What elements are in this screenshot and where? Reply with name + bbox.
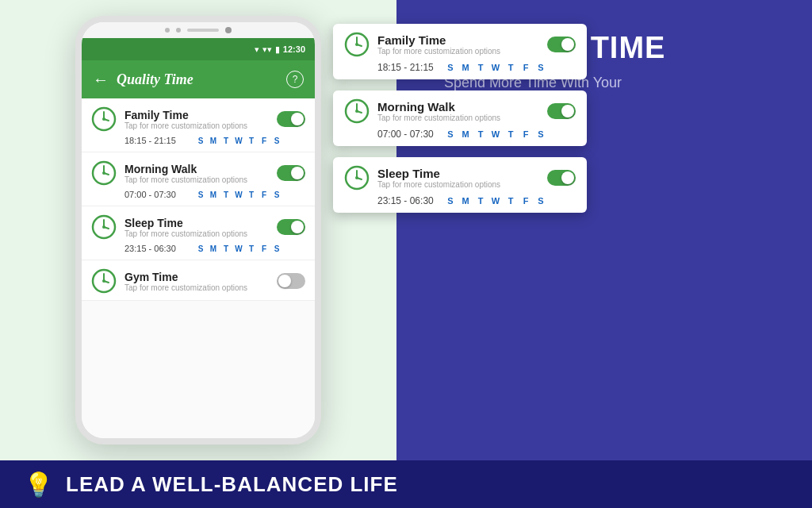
banner-text: LEAD A WELL-BALANCED LIFE — [66, 472, 398, 497]
status-bar: ▾ ▾▾ ▮ 12:30 — [82, 38, 315, 60]
sleep-time-subtitle: Tap for more customization options — [124, 229, 269, 238]
card-clock-sleep — [344, 165, 370, 190]
speaker-dot-1 — [165, 28, 170, 33]
morning-walk-info: Morning Walk Tap for more customization … — [124, 163, 269, 184]
family-time-title: Family Time — [124, 109, 269, 121]
clock-icon-gym — [91, 268, 117, 294]
schedule-item-sleep[interactable]: Sleep Time Tap for more customization op… — [82, 206, 315, 260]
toolbar-title: Quality Time — [117, 71, 278, 88]
morning-walk-toggle[interactable] — [277, 165, 305, 181]
clock-icon-morning — [91, 160, 117, 186]
gym-time-subtitle: Tap for more customization options — [124, 283, 269, 292]
morning-walk-title: Morning Walk — [124, 163, 269, 175]
gym-time-info: Gym Time Tap for more customization opti… — [124, 271, 269, 292]
card-morning-title: Morning Walk — [377, 100, 539, 114]
card-family-days: S M T W T F S — [445, 63, 546, 72]
sleep-time-title: Sleep Time — [124, 217, 269, 229]
clock-icon-sleep — [91, 214, 117, 240]
family-days: S M T W T F S — [196, 137, 282, 145]
clock-icon-family — [91, 106, 117, 132]
phone-mockup: ▾ ▾▾ ▮ 12:30 ← Quality Time ? — [75, 16, 321, 444]
phone-top-bar — [82, 22, 315, 38]
family-time-subtitle: Tap for more customization options — [124, 121, 269, 130]
card-morning-toggle[interactable] — [547, 103, 576, 119]
card-sleep-toggle[interactable] — [547, 170, 576, 186]
gym-time-toggle[interactable] — [277, 273, 305, 289]
morning-time-range: 07:00 - 07:30 — [124, 190, 188, 199]
card-sleep-subtitle: Tap for more customization options — [377, 180, 539, 189]
camera-dot — [225, 27, 232, 33]
card-family[interactable]: Family Time Tap for more customization o… — [333, 24, 587, 79]
help-button[interactable]: ? — [286, 71, 304, 88]
signal-icon: ▾▾ — [262, 44, 272, 55]
card-clock-morning — [344, 98, 370, 124]
bottom-banner: 💡 LEAD A WELL-BALANCED LIFE — [0, 460, 812, 508]
card-sleep-days: S M T W T F S — [445, 196, 546, 206]
card-morning-subtitle: Tap for more customization options — [377, 114, 539, 122]
gym-time-title: Gym Time — [124, 271, 269, 283]
card-sleep-time: 23:15 - 06:30 — [377, 195, 445, 206]
card-morning-info: Morning Walk Tap for more customization … — [377, 100, 539, 122]
right-panel: QUALITY TIME Spend More Time With YourLo… — [396, 0, 812, 460]
schedule-item-gym[interactable]: Gym Time Tap for more customization opti… — [82, 260, 315, 301]
sleep-time-toggle[interactable] — [277, 219, 305, 235]
card-clock-family — [344, 32, 370, 57]
bulb-icon: 💡 — [24, 471, 53, 498]
sleep-time-info: Sleep Time Tap for more customization op… — [124, 217, 269, 238]
schedule-item-family[interactable]: Family Time Tap for more customization o… — [82, 98, 315, 152]
phone-body: Family Time Tap for more customization o… — [82, 98, 315, 438]
morning-days: S M T W T F S — [196, 190, 282, 199]
sleep-time-range: 23:15 - 06:30 — [124, 244, 188, 253]
card-morning-days: S M T W T F S — [445, 129, 546, 139]
sleep-days: S M T W T F S — [196, 244, 282, 253]
card-sleep-title: Sleep Time — [377, 167, 539, 180]
speaker-dot-2 — [176, 28, 181, 33]
card-morning-time: 07:00 - 07:30 — [377, 129, 445, 140]
wifi-icon: ▾ — [255, 44, 259, 55]
family-time-range: 18:15 - 21:15 — [124, 136, 188, 145]
card-family-title: Family Time — [377, 33, 539, 47]
battery-icon: ▮ — [275, 44, 280, 55]
morning-walk-subtitle: Tap for more customization options — [124, 175, 269, 184]
card-sleep-info: Sleep Time Tap for more customization op… — [377, 167, 539, 189]
card-sleep[interactable]: Sleep Time Tap for more customization op… — [333, 157, 587, 213]
back-button[interactable]: ← — [93, 71, 109, 89]
floating-cards: Family Time Tap for more customization o… — [333, 24, 587, 213]
card-family-time: 18:15 - 21:15 — [377, 62, 445, 73]
card-family-toggle[interactable] — [547, 37, 576, 52]
schedule-item-morning[interactable]: Morning Walk Tap for more customization … — [82, 152, 315, 206]
family-time-info: Family Time Tap for more customization o… — [124, 109, 269, 130]
family-time-toggle[interactable] — [277, 111, 305, 127]
card-family-subtitle: Tap for more customization options — [377, 47, 539, 56]
speaker-grille — [187, 29, 219, 32]
status-time: 12:30 — [283, 44, 305, 54]
card-morning[interactable]: Morning Walk Tap for more customization … — [333, 90, 587, 146]
card-family-info: Family Time Tap for more customization o… — [377, 33, 539, 56]
app-toolbar: ← Quality Time ? — [82, 60, 315, 98]
